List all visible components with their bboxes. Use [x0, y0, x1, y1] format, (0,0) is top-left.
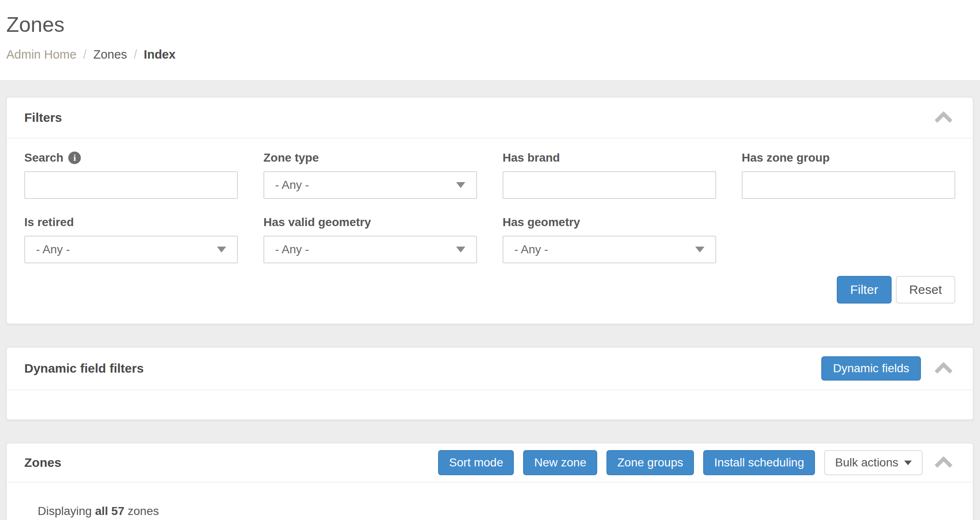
info-circle-icon[interactable]: i [68, 152, 81, 164]
zones-panel: Zones Sort mode New zone Zone groups Ins… [6, 443, 974, 520]
caret-down-icon [217, 247, 226, 252]
breadcrumb-separator: / [134, 48, 137, 62]
has-valid-geometry-select-value: - Any - [275, 243, 309, 256]
page-title: Zones [6, 13, 974, 37]
bulk-actions-dropdown-button[interactable]: Bulk actions [824, 450, 923, 475]
reset-button[interactable]: Reset [896, 276, 955, 304]
content-area: Filters Search i Zone type [0, 80, 980, 520]
filter-field-has-brand: Has brand [503, 149, 716, 199]
filter-field-has-valid-geometry: Has valid geometry - Any - [263, 214, 477, 263]
zones-panel-body: Displaying all 57 zones [7, 483, 973, 520]
dynamic-field-filters-panel: Dynamic field filters Dynamic fields [6, 347, 974, 420]
chevron-up-icon [934, 456, 953, 469]
zone-type-select[interactable]: - Any - [263, 171, 477, 199]
has-valid-geometry-select[interactable]: - Any - [263, 236, 477, 263]
filters-panel-header: Filters [7, 98, 973, 138]
filters-panel-title: Filters [24, 111, 62, 125]
caret-down-icon [456, 247, 465, 252]
new-zone-button[interactable]: New zone [523, 450, 597, 475]
sort-mode-button[interactable]: Sort mode [438, 450, 514, 475]
dynamic-fields-button[interactable]: Dynamic fields [821, 356, 921, 381]
chevron-up-icon [934, 111, 953, 124]
filter-field-zone-type: Zone type - Any - [263, 149, 477, 199]
filter-field-has-geometry: Has geometry - Any - [503, 214, 716, 263]
filters-panel-body: Search i Zone type - Any - Has brand [7, 139, 973, 324]
zones-panel-title: Zones [24, 456, 61, 470]
zones-panel-header: Zones Sort mode New zone Zone groups Ins… [7, 443, 973, 482]
zone-type-label: Zone type [263, 149, 477, 166]
has-geometry-label: Has geometry [503, 214, 716, 231]
filter-button[interactable]: Filter [837, 276, 892, 304]
caret-down-icon [904, 461, 912, 465]
has-brand-input[interactable] [503, 171, 716, 199]
caret-down-icon [456, 182, 465, 188]
install-scheduling-button[interactable]: Install scheduling [703, 450, 815, 475]
dynamic-panel-title: Dynamic field filters [24, 361, 144, 376]
filter-field-has-zone-group: Has zone group [742, 149, 955, 199]
has-zone-group-input[interactable] [742, 171, 955, 199]
page-header: Zones Admin Home / Zones / Index [0, 0, 980, 80]
filter-field-search: Search i [24, 149, 238, 199]
search-label: Search i [24, 149, 238, 166]
breadcrumb-current: Index [144, 48, 175, 62]
is-retired-select[interactable]: - Any - [24, 236, 238, 263]
chevron-up-icon [934, 362, 953, 375]
is-retired-select-value: - Any - [36, 243, 70, 256]
breadcrumb-link-zones[interactable]: Zones [93, 48, 127, 62]
caret-down-icon [695, 247, 704, 252]
has-brand-label: Has brand [503, 149, 716, 166]
dynamic-panel-header: Dynamic field filters Dynamic fields [7, 348, 973, 389]
breadcrumb-link-admin-home[interactable]: Admin Home [6, 48, 77, 62]
has-geometry-select-value: - Any - [514, 243, 548, 256]
dynamic-panel-body [7, 390, 973, 420]
filter-field-is-retired: Is retired - Any - [24, 214, 238, 263]
breadcrumb: Admin Home / Zones / Index [6, 48, 974, 62]
zones-collapse-button[interactable] [932, 454, 955, 472]
is-retired-label: Is retired [24, 214, 238, 231]
filter-actions: Filter Reset [24, 276, 955, 304]
has-zone-group-label: Has zone group [742, 149, 955, 166]
dynamic-collapse-button[interactable] [932, 360, 955, 378]
breadcrumb-separator: / [83, 48, 87, 62]
filter-field-empty [742, 214, 955, 263]
filters-collapse-button[interactable] [932, 109, 955, 127]
filters-panel: Filters Search i Zone type [6, 97, 974, 324]
zones-header-buttons: Sort mode New zone Zone groups Install s… [438, 450, 955, 475]
bulk-actions-label: Bulk actions [835, 456, 898, 469]
search-input[interactable] [24, 171, 238, 199]
zone-groups-button[interactable]: Zone groups [606, 450, 694, 475]
has-geometry-select[interactable]: - Any - [503, 236, 716, 263]
has-valid-geometry-label: Has valid geometry [263, 214, 477, 231]
zone-type-select-value: - Any - [275, 178, 309, 192]
zones-count-status: Displaying all 57 zones [38, 505, 955, 518]
